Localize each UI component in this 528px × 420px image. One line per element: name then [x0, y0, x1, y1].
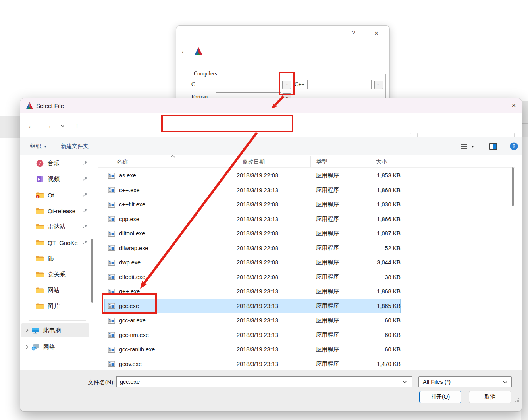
- file-date-cell: 2018/3/19 23:13: [237, 187, 310, 193]
- sidebar-item[interactable]: 雷达站: [20, 219, 92, 235]
- filetype-select[interactable]: All Files (*): [418, 376, 512, 387]
- folder-icon: [35, 303, 44, 309]
- table-row[interactable]: c++filt.exe2018/3/19 22:08应用程序1,030 KB: [104, 197, 401, 212]
- table-row[interactable]: c++.exe2018/3/19 23:13应用程序1,868 KB: [104, 183, 401, 198]
- table-row[interactable]: dwp.exe2018/3/19 22:08应用程序3,044 KB: [104, 255, 401, 270]
- cmake-logo-icon: [25, 102, 34, 110]
- table-row[interactable]: gcc-ranlib.exe2018/3/19 23:13应用程序60 KB: [104, 342, 401, 357]
- file-type-cell: 应用程序: [310, 259, 370, 266]
- nav-forward-button[interactable]: →: [43, 121, 54, 131]
- sidebar-item[interactable]: 网站: [20, 282, 92, 298]
- exe-file-icon: [108, 260, 115, 266]
- file-type-cell: 应用程序: [310, 331, 370, 339]
- tree-expand-chevron-icon[interactable]: [25, 345, 31, 349]
- column-header-name[interactable]: 名称: [98, 156, 237, 167]
- filename-combo-chevron-icon[interactable]: [403, 381, 407, 383]
- svg-text:!: !: [37, 195, 39, 198]
- sidebar-item[interactable]: 党关系: [20, 266, 92, 282]
- column-header-date[interactable]: 修改日期: [237, 156, 310, 167]
- table-row[interactable]: dllwrap.exe2018/3/19 22:08应用程序52 KB: [104, 241, 401, 256]
- nav-recent-chevron-icon[interactable]: [58, 121, 66, 131]
- sort-ascending-caret-icon[interactable]: [170, 155, 175, 158]
- pin-icon: [82, 240, 87, 245]
- file-date-cell: 2018/3/19 23:13: [237, 216, 310, 222]
- table-row[interactable]: gcov.exe2018/3/19 23:13应用程序1,470 KB: [104, 357, 401, 372]
- sidebar-tree-item[interactable]: 网络: [21, 340, 89, 354]
- folder-icon: [35, 239, 44, 246]
- folder-icon: [35, 223, 44, 230]
- table-row[interactable]: g++.exe2018/3/19 23:13应用程序1,868 KB: [104, 284, 401, 299]
- sidebar-item[interactable]: lib: [20, 250, 92, 266]
- column-header-size[interactable]: 大小: [370, 156, 401, 167]
- dialog-footer: 文件名(N): All Files (*) 打开(O) 取消: [20, 370, 522, 411]
- sidebar-tree-item[interactable]: 此电脑: [21, 323, 89, 337]
- nav-up-button[interactable]: ↑: [72, 121, 82, 131]
- sidebar-tree-label: 网络: [43, 343, 55, 351]
- sidebar-scrollbar[interactable]: [91, 239, 93, 303]
- table-row[interactable]: gcc.exe2018/3/19 23:13应用程序1,865 KB: [104, 299, 401, 314]
- table-row[interactable]: as.exe2018/3/19 22:08应用程序1,853 KB: [104, 168, 401, 183]
- cancel-button[interactable]: 取消: [469, 391, 511, 403]
- file-name: gcc-ar.exe: [119, 317, 146, 324]
- column-header-type[interactable]: 类型: [310, 156, 370, 167]
- c-compiler-input[interactable]: [216, 80, 281, 89]
- file-type-cell: 应用程序: [310, 186, 370, 194]
- view-dropdown-triangle-icon[interactable]: [471, 145, 474, 148]
- svg-text:♪: ♪: [38, 161, 41, 166]
- file-size-cell: 1,868 KB: [370, 288, 401, 295]
- list-header-row: 名称 修改日期 类型 大小: [98, 156, 515, 168]
- folder-icon: [35, 208, 44, 214]
- tree-expand-chevron-icon[interactable]: [25, 328, 31, 332]
- view-list-icon[interactable]: [460, 143, 468, 150]
- pin-icon: [82, 160, 87, 166]
- sidebar-item[interactable]: QT_GuoKe: [20, 235, 92, 250]
- file-name: gcc.exe: [119, 303, 139, 309]
- folder-icon: [35, 287, 44, 293]
- help-icon[interactable]: ?: [510, 142, 518, 150]
- sidebar: ♪音乐▶视频!QtQt-release雷达站QT_GuoKelib党关系网站图片…: [20, 155, 92, 370]
- exe-file-icon: [108, 347, 115, 353]
- dialog-title: Select File: [36, 98, 64, 113]
- dialog-help-button[interactable]: ?: [349, 28, 358, 39]
- sidebar-item[interactable]: !Qt: [20, 187, 92, 203]
- preview-pane-icon[interactable]: [489, 143, 497, 150]
- screen: ? × ← Compilers C ... C++ ... Fortran ..…: [0, 0, 528, 420]
- file-size-cell: 38 KB: [370, 274, 401, 280]
- file-type-cell: 应用程序: [310, 244, 370, 252]
- filename-input[interactable]: [116, 376, 412, 387]
- file-size-cell: 1,866 KB: [370, 216, 401, 222]
- sidebar-item[interactable]: ▶视频: [20, 171, 92, 187]
- table-row[interactable]: elfedit.exe2018/3/19 22:08应用程序38 KB: [104, 270, 401, 285]
- table-row[interactable]: gcc-ar.exe2018/3/19 23:13应用程序60 KB: [104, 313, 401, 328]
- dropdown-triangle-icon: [44, 145, 47, 148]
- cpp-compiler-input[interactable]: [307, 80, 372, 89]
- file-date-cell: 2018/3/19 23:13: [237, 303, 310, 309]
- file-name: dwp.exe: [119, 259, 141, 266]
- sidebar-item[interactable]: 图片: [20, 298, 92, 314]
- table-row[interactable]: gcc-nm.exe2018/3/19 23:13应用程序60 KB: [104, 328, 401, 343]
- sidebar-item[interactable]: Qt-release: [20, 203, 92, 219]
- sidebar-item[interactable]: ♪音乐: [20, 155, 92, 171]
- dialog-close-button[interactable]: ×: [372, 28, 381, 39]
- table-row[interactable]: cpp.exe2018/3/19 23:13应用程序1,866 KB: [104, 212, 401, 227]
- organize-menu-button[interactable]: 组织: [30, 137, 47, 155]
- exe-file-icon: [108, 274, 115, 280]
- c-browse-button[interactable]: ...: [282, 81, 291, 89]
- new-folder-button[interactable]: 新建文件夹: [61, 137, 89, 155]
- file-name-cell: gcc-nm.exe: [104, 332, 237, 338]
- file-name-cell: g++.exe: [104, 288, 237, 295]
- file-size-cell: 60 KB: [370, 346, 401, 353]
- filetype-value: All Files (*): [423, 379, 451, 385]
- cpp-browse-button[interactable]: ...: [374, 81, 383, 89]
- sidebar-item-label: lib: [48, 255, 54, 262]
- open-button[interactable]: 打开(O): [419, 391, 461, 403]
- back-arrow-icon[interactable]: ←: [180, 46, 189, 56]
- dialog-main-area: ♪音乐▶视频!QtQt-release雷达站QT_GuoKelib党关系网站图片…: [20, 155, 522, 370]
- dialog-close-button[interactable]: ×: [509, 100, 519, 111]
- file-list-scrollbar[interactable]: [512, 167, 514, 206]
- table-row[interactable]: dlltool.exe2018/3/19 22:08应用程序1,087 KB: [104, 226, 401, 241]
- resize-grip[interactable]: [515, 398, 520, 403]
- pin-icon: [82, 192, 87, 197]
- nav-back-button[interactable]: ←: [26, 121, 36, 131]
- file-name-cell: elfedit.exe: [104, 274, 237, 280]
